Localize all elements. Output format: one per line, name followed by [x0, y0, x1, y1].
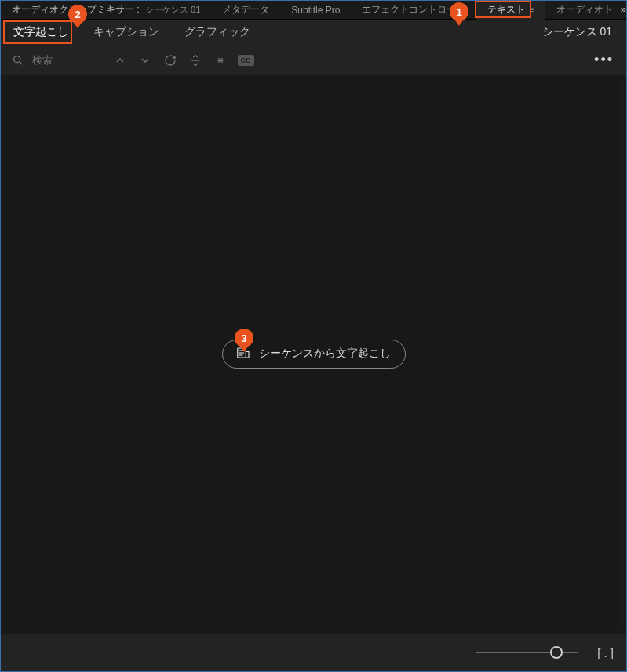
panel-tab-bar: オーディオクリップミキサー : シーケンス 01 メタデータ Subtitle … [1, 1, 626, 20]
svg-point-0 [14, 56, 20, 62]
tab-audio-clip-mixer[interactable]: オーディオクリップミキサー : シーケンス 01 [1, 0, 211, 20]
tab-label: テキスト [487, 4, 525, 15]
subtab-transcription[interactable]: 文字起こし [1, 20, 81, 45]
tab-metadata[interactable]: メタデータ [211, 0, 280, 20]
tab-subtitle-pro[interactable]: Subtitle Pro [280, 2, 351, 19]
search-icon[interactable] [10, 53, 26, 68]
search-group [10, 53, 103, 68]
subtab-captions[interactable]: キャプション [81, 20, 172, 45]
fit-to-window-icon[interactable]: [ . ] [597, 646, 614, 659]
svg-line-1 [20, 62, 22, 64]
tab-label: オーディオクリップミキサー : [12, 4, 140, 15]
text-panel-subtabs: 文字起こし キャプション グラフィック [1, 20, 263, 45]
search-input[interactable] [32, 54, 103, 66]
bottom-bar: [ . ] [1, 634, 626, 671]
refresh-icon[interactable] [162, 53, 178, 68]
tab-audio-track[interactable]: オーディオト [545, 0, 624, 20]
next-result-icon[interactable] [137, 53, 153, 68]
cc-icon[interactable]: CC [238, 53, 253, 68]
zoom-slider-thumb[interactable] [550, 646, 563, 659]
tab-sublabel: シーケンス 01 [145, 5, 200, 14]
split-icon[interactable] [188, 53, 203, 68]
tab-effect-controls[interactable]: エフェクトコントロール [351, 0, 476, 20]
transcribe-sequence-button[interactable]: シーケンスから文字起こし [222, 340, 406, 369]
transcribe-button-label: シーケンスから文字起こし [259, 347, 391, 361]
cc-badge: CC [238, 55, 254, 66]
zoom-slider[interactable] [476, 652, 578, 653]
transcription-toolbar: CC ••• [1, 45, 626, 76]
more-options-icon[interactable]: ••• [591, 52, 617, 68]
merge-icon[interactable] [213, 53, 228, 68]
prev-result-icon[interactable] [112, 53, 128, 68]
transcription-content-area: シーケンスから文字起こし [7, 77, 620, 630]
text-panel-subtabs-row: 文字起こし キャプション グラフィック シーケンス 01 [1, 20, 626, 45]
tabs-overflow-icon[interactable]: » [621, 3, 623, 15]
transcribe-icon [237, 347, 251, 361]
panel-menu-icon[interactable]: ≡ [530, 5, 534, 14]
subtab-graphics[interactable]: グラフィック [172, 20, 263, 45]
tab-text[interactable]: テキスト ≡ [476, 0, 545, 20]
sequence-name-label: シーケンス 01 [542, 25, 618, 39]
